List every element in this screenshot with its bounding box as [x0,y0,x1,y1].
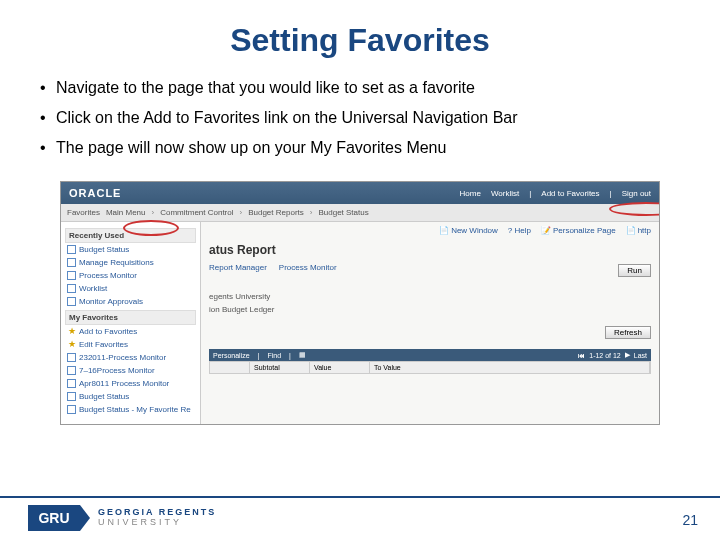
list-item[interactable]: Budget Status [65,390,196,403]
utility-links: 📄 New Window ? Help 📝 Personalize Page 📄… [209,226,651,235]
list-item[interactable]: 232011-Process Monitor [65,351,196,364]
personalize-grid-link[interactable]: Personalize [213,352,250,359]
http-link[interactable]: 📄 http [626,226,651,235]
report-manager-link[interactable]: Report Manager [209,263,267,272]
slide-title: Setting Favorites [0,0,720,67]
favorites-sidebar: Recently Used Budget Status Manage Requi… [61,222,201,424]
document-icon [67,366,76,375]
field-row: egents University [209,292,651,301]
refresh-button[interactable]: Refresh [605,326,651,339]
add-to-favorites-link[interactable]: Add to Favorites [541,189,599,198]
footer-org-subtitle: UNIVERSITY [98,518,216,528]
list-item[interactable]: Apr8011 Process Monitor [65,377,196,390]
slide-footer: GRU GEORGIA REGENTS UNIVERSITY [0,496,720,540]
star-icon: ★ [67,327,76,336]
grid-toolbar: Personalize | Find | ▦ ⏮ 1-12 of 12 ▶ La… [209,349,651,361]
breadcrumb-item[interactable]: Budget Reports [248,208,304,217]
grid-col-to-value: To Value [370,362,650,373]
document-icon [67,405,76,414]
document-icon [67,258,76,267]
field-row: ion Budget Ledger [209,305,651,314]
breadcrumb-item[interactable]: Budget Status [318,208,368,217]
signout-link[interactable]: Sign out [622,189,651,198]
main-content-panel: 📄 New Window ? Help 📝 Personalize Page 📄… [201,222,659,424]
document-icon [67,284,76,293]
bullet-item: Navigate to the page that you would like… [40,79,680,97]
document-icon [67,245,76,254]
list-item[interactable]: Manage Requisitions [65,256,196,269]
list-item[interactable]: 7–16Process Monitor [65,364,196,377]
favorites-menu[interactable]: Favorites [67,208,100,217]
pager-text: 1-12 of 12 [589,352,621,359]
page-number: 21 [682,512,698,528]
list-item[interactable]: Worklist [65,282,196,295]
list-item[interactable]: ★Add to Favorites [65,325,196,338]
last-link[interactable]: Last [634,352,647,359]
star-icon: ★ [67,340,76,349]
bullet-item: Click on the Add to Favorites link on th… [40,109,680,127]
main-menu[interactable]: Main Menu [106,208,146,217]
grid-header-row: Subtotal Value To Value [209,361,651,374]
breadcrumb: Favorites Main Menu › Commitment Control… [61,204,659,222]
gru-logo: GRU GEORGIA REGENTS UNIVERSITY [28,505,216,531]
process-monitor-link[interactable]: Process Monitor [279,263,337,272]
personalize-page-link[interactable]: 📝 Personalize Page [541,226,616,235]
footer-rule [0,496,720,498]
list-item[interactable]: Monitor Approvals [65,295,196,308]
list-item[interactable]: Budget Status [65,243,196,256]
grid-icon[interactable]: ▦ [299,351,306,359]
document-icon [67,271,76,280]
gru-badge: GRU [28,505,80,531]
find-link[interactable]: Find [267,352,281,359]
page-title: atus Report [209,243,651,257]
bullet-list: Navigate to the page that you would like… [0,67,720,177]
grid-col-subtotal: Subtotal [250,362,310,373]
run-button[interactable]: Run [618,264,651,277]
first-icon[interactable]: ⏮ [578,352,585,359]
document-icon [67,353,76,362]
new-window-link[interactable]: 📄 New Window [439,226,498,235]
oracle-logo: ORACLE [69,187,121,199]
help-link[interactable]: ? Help [508,226,531,235]
oracle-header-bar: ORACLE Home Worklist | Add to Favorites … [61,182,659,204]
worklist-link[interactable]: Worklist [491,189,519,198]
next-icon[interactable]: ▶ [625,351,630,359]
list-item[interactable]: Process Monitor [65,269,196,282]
bullet-item: The page will now show up on your My Fav… [40,139,680,157]
breadcrumb-item[interactable]: Commitment Control [160,208,233,217]
grid-col-blank [210,362,250,373]
top-nav-links: Home Worklist | Add to Favorites | Sign … [460,189,651,198]
recently-used-header: Recently Used [65,228,196,243]
document-icon [67,379,76,388]
list-item[interactable]: Budget Status - My Favorite Re [65,403,196,416]
home-link[interactable]: Home [460,189,481,198]
my-favorites-header: My Favorites [65,310,196,325]
document-icon [67,297,76,306]
grid-col-value: Value [310,362,370,373]
document-icon [67,392,76,401]
list-item[interactable]: ★Edit Favorites [65,338,196,351]
embedded-screenshot: ORACLE Home Worklist | Add to Favorites … [60,181,660,425]
